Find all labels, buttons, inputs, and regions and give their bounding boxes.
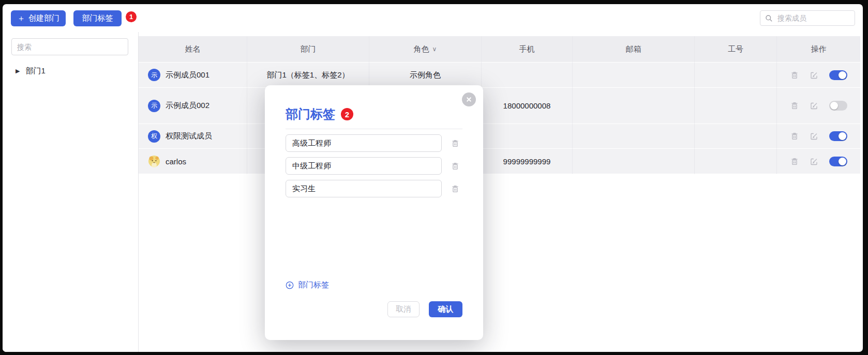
chevron-down-icon[interactable]: ∨	[432, 45, 437, 53]
members-table: 姓名 部门 角色 ∨ 手机 邮箱 工号 操作 示 示例成员001 部门1（标签1…	[139, 36, 860, 174]
tag-name-input[interactable]	[286, 180, 442, 197]
trash-icon	[790, 71, 799, 80]
member-enabled-toggle[interactable]	[829, 131, 847, 141]
tag-name-input[interactable]	[286, 134, 442, 152]
edit-member-button[interactable]	[810, 157, 818, 166]
member-employee-id	[695, 88, 777, 124]
avatar: 示	[148, 69, 160, 81]
close-icon	[466, 96, 472, 103]
delete-member-button[interactable]	[790, 101, 799, 110]
member-search-input[interactable]	[776, 13, 850, 23]
plus-icon: ＋	[17, 14, 25, 23]
circle-plus-icon	[286, 281, 294, 289]
member-search-box	[760, 10, 855, 26]
avatar: 示	[148, 100, 160, 112]
trash-icon	[790, 101, 799, 110]
cancel-button[interactable]: 取消	[387, 301, 420, 317]
magnifier-icon	[765, 14, 773, 22]
delete-member-button[interactable]	[790, 71, 799, 80]
member-department: 部门1（标签1、标签2）	[247, 63, 369, 88]
member-name: 示例成员001	[166, 70, 209, 80]
member-email	[573, 88, 695, 124]
member-enabled-toggle[interactable]	[829, 70, 847, 80]
trash-icon	[451, 184, 459, 193]
member-name: 权限测试成员	[166, 131, 212, 141]
confirm-button[interactable]: 确认	[429, 301, 462, 317]
member-employee-id	[695, 124, 777, 149]
member-phone	[482, 63, 573, 88]
trash-icon	[451, 139, 459, 148]
divider	[286, 129, 462, 129]
table-row: 示 示例成员002 18000000008	[139, 88, 860, 124]
member-enabled-toggle[interactable]	[829, 157, 847, 166]
trash-icon	[790, 157, 799, 166]
create-department-button[interactable]: ＋ 创建部门	[11, 10, 66, 26]
column-header-email: 邮箱	[573, 36, 695, 63]
emoji-avatar	[148, 155, 160, 167]
step-badge-1: 1	[126, 11, 137, 22]
member-phone: 99999999999	[482, 149, 573, 174]
department-search-input[interactable]	[11, 38, 128, 55]
member-employee-id	[695, 149, 777, 174]
column-header-employee-id: 工号	[695, 36, 777, 63]
table-row: carlos 99999999999	[139, 149, 860, 174]
department-tags-label: 部门标签	[82, 13, 113, 23]
expand-triangle-icon[interactable]: ▶	[16, 68, 20, 74]
column-header-phone: 手机	[482, 36, 573, 63]
edit-member-button[interactable]	[810, 132, 818, 141]
sidebar-item-department-1[interactable]: ▶ 部门1	[16, 66, 46, 76]
square-pencil-icon	[810, 71, 818, 80]
close-button[interactable]	[462, 92, 476, 106]
delete-tag-button[interactable]	[451, 184, 459, 193]
department-tags-modal: 部门标签 2	[265, 85, 483, 340]
member-email	[573, 124, 695, 149]
table-row: 示 示例成员001 部门1（标签1、标签2） 示例角色	[139, 63, 860, 88]
member-name: carlos	[166, 157, 186, 166]
table-row: 权 权限测试成员	[139, 124, 860, 149]
member-phone	[482, 124, 573, 149]
delete-member-button[interactable]	[790, 157, 799, 166]
edit-member-button[interactable]	[810, 101, 818, 110]
member-role: 示例角色	[369, 63, 482, 88]
square-pencil-icon	[810, 101, 818, 110]
department-tree-label: 部门1	[25, 66, 45, 76]
trash-icon	[451, 162, 459, 171]
column-header-department: 部门	[247, 36, 369, 63]
edit-member-button[interactable]	[810, 71, 818, 80]
add-tag-label: 部门标签	[298, 280, 329, 290]
tag-name-input[interactable]	[286, 157, 442, 175]
column-header-name: 姓名	[139, 36, 247, 63]
delete-tag-button[interactable]	[451, 139, 459, 148]
square-pencil-icon	[810, 157, 818, 166]
create-department-label: 创建部门	[28, 13, 59, 23]
column-header-actions: 操作	[777, 36, 860, 63]
member-name: 示例成员002	[166, 101, 209, 111]
modal-title: 部门标签	[286, 106, 335, 122]
app-window: ＋ 创建部门 部门标签 1 ▶ 部门1 姓名 部门 角色 ∨ 手机 邮箱 工号	[3, 4, 863, 352]
member-email	[573, 149, 695, 174]
member-employee-id	[695, 63, 777, 88]
trash-icon	[790, 132, 799, 141]
department-sidebar: ▶ 部门1	[3, 32, 139, 352]
column-header-role[interactable]: 角色 ∨	[369, 36, 482, 63]
member-enabled-toggle[interactable]	[829, 101, 847, 111]
member-email	[573, 63, 695, 88]
delete-tag-button[interactable]	[451, 162, 459, 171]
delete-member-button[interactable]	[790, 132, 799, 141]
step-badge-2: 2	[341, 108, 353, 120]
add-department-tag-link[interactable]: 部门标签	[286, 280, 329, 290]
avatar: 权	[148, 130, 160, 143]
member-phone: 18000000008	[482, 88, 573, 124]
table-header-row: 姓名 部门 角色 ∨ 手机 邮箱 工号 操作	[139, 36, 860, 63]
department-tags-button[interactable]: 部门标签	[73, 10, 122, 26]
square-pencil-icon	[810, 132, 818, 141]
